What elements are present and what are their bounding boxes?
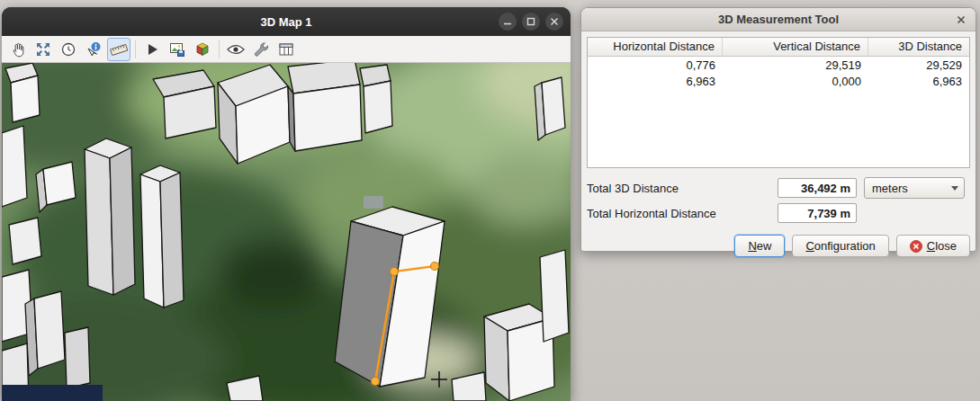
toolbar-separator [219, 40, 220, 58]
unit-selected-value: meters [865, 182, 946, 195]
column-header-horizontal[interactable]: Horizontal Distance [588, 38, 723, 57]
cube-3d-icon[interactable] [191, 38, 214, 61]
column-header-3d[interactable]: 3D Distance [868, 38, 969, 57]
table-cell[interactable]: 29,519 [723, 57, 868, 73]
total-horizontal-label: Total Horizontal Distance [587, 207, 778, 220]
zoom-full-icon[interactable] [31, 38, 55, 61]
close-red-icon [910, 240, 922, 253]
column-header-vertical[interactable]: Vertical Distance [723, 38, 868, 57]
measurement-vertex [391, 268, 399, 276]
map-3d-view[interactable] [2, 63, 571, 401]
table-cell[interactable]: 6,963 [868, 73, 969, 89]
total-3d-value: 36,492 m [778, 178, 857, 198]
map-3d-scene [2, 63, 571, 401]
total-horizontal-value: 7,739 m [778, 203, 857, 223]
dialog-close-icon[interactable] [954, 13, 968, 27]
total-3d-label: Total 3D Distance [587, 182, 778, 195]
map-window: 3D Map 1 [2, 7, 571, 401]
measurement-dialog: 3D Measurement Tool Horizontal Distance … [580, 7, 976, 252]
map-toolbar [2, 36, 571, 63]
dialog-body: Horizontal Distance Vertical Distance 3D… [581, 31, 976, 263]
dialog-buttons: New Configuration Close [587, 235, 970, 257]
new-button[interactable]: New [734, 235, 785, 257]
dialog-title: 3D Measurement Tool [718, 13, 839, 26]
table-cell[interactable]: 0,000 [723, 73, 868, 89]
map-window-titlebar[interactable]: 3D Map 1 [2, 7, 571, 36]
maximize-icon[interactable] [522, 13, 540, 31]
measurement-vertex [431, 263, 439, 271]
dialog-titlebar[interactable]: 3D Measurement Tool [581, 8, 976, 31]
save-image-icon[interactable] [166, 38, 189, 61]
table-cell[interactable]: 0,776 [588, 57, 723, 73]
close-button[interactable]: Close [896, 235, 970, 257]
identify-icon[interactable] [82, 38, 105, 61]
chevron-down-icon [946, 186, 964, 191]
wrench-icon[interactable] [249, 38, 273, 61]
total-3d-row: Total 3D Distance 36,492 m meters [587, 177, 970, 199]
map-window-title: 3D Map 1 [260, 15, 311, 29]
billboard-marker [364, 196, 383, 209]
grid-panel-icon[interactable] [274, 38, 298, 61]
toolbar-separator [135, 40, 136, 58]
eye-icon[interactable] [224, 38, 247, 61]
unit-select[interactable]: meters [864, 177, 965, 199]
play-icon[interactable] [140, 38, 164, 61]
close-icon[interactable] [545, 13, 563, 31]
window-controls [499, 13, 563, 31]
bottom-left-strip [2, 385, 103, 401]
table-cell[interactable]: 6,963 [588, 73, 723, 89]
table-cell[interactable]: 29,529 [868, 57, 969, 73]
minimize-icon[interactable] [499, 13, 517, 31]
total-horizontal-row: Total Horizontal Distance 7,739 m [587, 202, 970, 224]
measurement-table[interactable]: Horizontal Distance Vertical Distance 3D… [587, 37, 970, 168]
measure-line-icon[interactable] [107, 38, 130, 61]
clock-icon[interactable] [57, 38, 80, 61]
pan-icon[interactable] [6, 38, 30, 61]
configuration-button[interactable]: Configuration [792, 235, 888, 257]
measurement-vertex [372, 378, 380, 386]
